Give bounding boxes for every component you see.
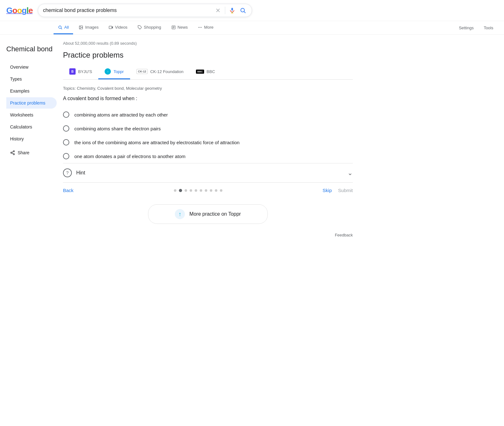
topics-line: Topics: Chemistry, Covalent bond, Molecu… [63,86,353,91]
option-2-text: combining atoms share the electron pairs [74,126,161,131]
svg-point-20 [201,27,202,27]
hint-label: Hint [76,170,85,176]
microphone-icon [229,7,235,14]
pagination-dots [174,189,222,192]
tools-link[interactable]: Tools [479,22,498,34]
radio-4[interactable] [63,153,69,159]
tab-videos[interactable]: Videos [104,21,132,34]
svg-point-21 [13,151,14,152]
tab-videos-label: Videos [115,25,128,30]
option-3-text: the ions of the combining atoms are attr… [74,140,239,145]
toppr-logo: ↑ [105,68,111,75]
more-dots-icon [198,25,202,30]
svg-point-18 [198,27,199,27]
tab-all-label: All [64,25,69,30]
tab-images-label: Images [85,25,99,30]
image-icon [79,25,83,30]
results-count: About 52,000,000 results (0.89 seconds) [63,41,353,46]
search-icons [214,7,247,14]
share-button[interactable]: Share [6,147,57,158]
sidebar-title: Chemical bond [6,45,57,54]
more-practice-button[interactable]: ↑ More practice on Toppr [148,204,268,224]
option-1[interactable]: combining atoms are attracted by each ot… [63,108,353,122]
source-tab-toppr[interactable]: ↑ Toppr [98,65,130,79]
svg-point-22 [11,152,12,153]
hint-icon: ? [63,168,72,177]
svg-line-6 [244,12,245,13]
more-practice-label: More practice on Toppr [189,211,241,217]
sidebar-item-history[interactable]: History [6,133,57,145]
option-2[interactable]: combining atoms share the electron pairs [63,122,353,135]
svg-point-23 [13,153,14,155]
bbc-logo: BBC [196,70,204,74]
nav-tabs: All Images Videos Shopping News More Set… [0,21,504,35]
option-3[interactable]: the ions of the combining atoms are attr… [63,135,353,149]
newspaper-icon [171,25,176,30]
content-area: About 52,000,000 results (0.89 seconds) … [57,38,359,242]
source-tabs: B BYJU'S ↑ Toppr CK-12 CK-12 Foundation … [63,65,353,80]
source-tab-bbc[interactable]: BBC BBC [190,65,221,79]
sidebar-item-overview[interactable]: Overview [6,61,57,73]
toppr-label: Toppr [113,69,124,74]
tab-images[interactable]: Images [74,21,103,34]
header: Google chemical bond practice problems [0,0,504,21]
option-4-text: one atom donates a pair of electrons to … [74,154,186,159]
settings-link[interactable]: Settings [455,22,478,34]
voice-search-button[interactable] [228,7,236,14]
sidebar-item-worksheets[interactable]: Worksheets [6,109,57,121]
tab-all[interactable]: All [54,21,73,34]
main-layout: Chemical bond Overview Types Examples Pr… [0,35,504,246]
dot-4 [195,189,197,192]
tab-shopping[interactable]: Shopping [133,21,166,34]
google-logo[interactable]: Google [6,6,33,15]
search-input[interactable]: chemical bond practice problems [43,8,211,13]
dot-3 [190,189,192,192]
submit-button: Submit [338,188,353,193]
svg-rect-11 [109,26,112,28]
byjus-logo: B [69,68,76,75]
dot-9 [220,189,222,192]
video-icon [109,25,113,30]
feedback-button[interactable]: Feedback [335,233,353,237]
svg-point-19 [200,27,200,27]
svg-rect-2 [231,8,233,11]
svg-point-7 [59,26,61,28]
source-tab-ck12[interactable]: CK-12 CK-12 Foundation [130,65,190,79]
practice-title: Practice problems [63,51,353,60]
radio-2[interactable] [63,125,69,132]
svg-line-8 [61,28,62,29]
ck12-logo: CK-12 [136,69,148,74]
chevron-down-icon: ⌄ [347,169,353,177]
sidebar-item-types[interactable]: Types [6,73,57,85]
question-text: A covalent bond is formed when : [63,96,353,101]
sidebar-item-examples[interactable]: Examples [6,85,57,97]
share-icon [10,150,15,155]
toppr-arrow-icon: ↑ [179,211,181,218]
ck12-label: CK-12 Foundation [150,69,184,74]
svg-line-24 [12,153,14,154]
sidebar-item-calculators[interactable]: Calculators [6,121,57,133]
skip-button[interactable]: Skip [323,188,332,193]
bbc-label: BBC [207,69,215,74]
radio-1[interactable] [63,111,69,118]
dot-7 [210,189,212,192]
tag-icon [138,25,142,30]
search-bar: chemical bond practice problems [38,4,252,17]
tab-more[interactable]: More [193,21,218,34]
back-button[interactable]: Back [63,188,73,193]
share-label: Share [18,150,29,155]
dot-2 [185,189,187,192]
dot-0 [174,189,176,192]
dot-8 [215,189,217,192]
tab-news[interactable]: News [167,21,192,34]
sidebar-item-practice-problems[interactable]: Practice problems [6,97,57,109]
quiz-navigation: Back Skip Submit [63,182,353,198]
tab-more-label: More [204,25,214,30]
hint-row[interactable]: ? Hint ⌄ [63,163,353,182]
radio-3[interactable] [63,139,69,145]
search-button[interactable] [239,7,247,14]
option-4[interactable]: one atom donates a pair of electrons to … [63,149,353,163]
source-tab-byjus[interactable]: B BYJU'S [63,65,98,79]
clear-button[interactable] [214,7,222,14]
hint-left: ? Hint [63,168,85,177]
